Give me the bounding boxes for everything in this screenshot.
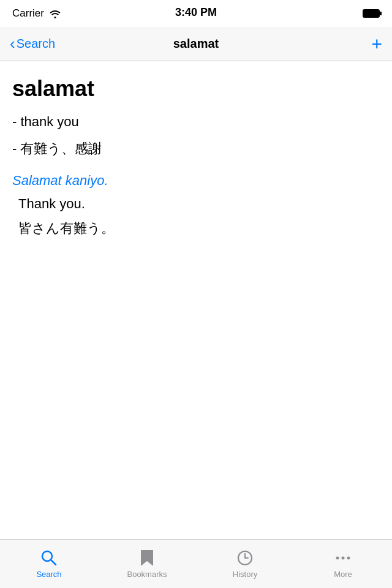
tab-history-label: History xyxy=(233,570,257,579)
nav-title: salamat xyxy=(173,37,219,51)
battery-indicator xyxy=(363,9,380,18)
svg-line-1 xyxy=(51,560,56,565)
content-area: salamat - thank you - 有難う、感謝 Salamat kan… xyxy=(0,61,392,539)
status-bar: Carrier 3:40 PM xyxy=(0,0,392,27)
more-icon xyxy=(334,549,352,567)
tab-search-label: Search xyxy=(36,570,61,579)
battery-icon xyxy=(363,9,380,18)
svg-point-7 xyxy=(342,557,345,560)
example-sentence: Salamat kaniyo. xyxy=(12,173,380,189)
definition-japanese: - 有難う、感謝 xyxy=(12,140,380,158)
back-label: Search xyxy=(17,37,55,51)
bookmarks-icon xyxy=(138,549,156,567)
definition-english: - thank you xyxy=(12,114,380,130)
status-left: Carrier xyxy=(12,7,61,20)
svg-point-6 xyxy=(336,557,339,560)
svg-point-8 xyxy=(347,557,350,560)
back-button[interactable]: ‹ Search xyxy=(10,37,55,51)
chevron-left-icon: ‹ xyxy=(10,36,15,51)
search-icon xyxy=(40,549,58,567)
history-icon xyxy=(236,549,254,567)
tab-bookmarks[interactable]: Bookmarks xyxy=(98,540,196,588)
nav-bar: ‹ Search salamat + xyxy=(0,27,392,61)
carrier-label: Carrier xyxy=(12,7,44,20)
tab-bookmarks-label: Bookmarks xyxy=(127,570,167,579)
word-title: salamat xyxy=(12,76,380,102)
translation-english: Thank you. xyxy=(12,196,380,212)
tab-more-label: More xyxy=(334,570,352,579)
tab-more[interactable]: More xyxy=(294,540,392,588)
wifi-icon xyxy=(49,9,61,18)
translation-japanese: 皆さん有難う。 xyxy=(12,219,380,238)
svg-marker-2 xyxy=(141,550,153,566)
tab-bar: Search Bookmarks History xyxy=(0,539,392,588)
status-time: 3:40 PM xyxy=(175,6,217,19)
tab-search[interactable]: Search xyxy=(0,540,98,588)
tab-history[interactable]: History xyxy=(196,540,294,588)
add-button[interactable]: + xyxy=(371,35,382,53)
